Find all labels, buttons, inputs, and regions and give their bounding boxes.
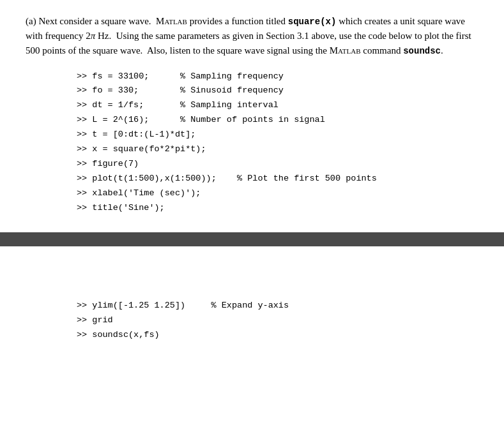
code-line-2: >> fo = 330; % Sinusoid frequency: [77, 84, 478, 98]
code-main-10: >> title('Sine');: [77, 201, 165, 216]
code-line-5: >> t = [0:dt:(L-1)*dt];: [77, 128, 478, 142]
code-block-top: >> fs = 33100; % Sampling frequency >> f…: [77, 70, 478, 216]
code-line-3: >> dt = 1/fs; % Sampling interval: [77, 98, 478, 113]
bottom-code-line-3: >> soundsc(x,fs): [77, 328, 478, 343]
code-line-9: >> xlabel('Time (sec)');: [77, 186, 478, 201]
bottom-code-main-3: >> soundsc(x,fs): [77, 328, 160, 343]
code-main-2: >> fo = 330;: [77, 84, 175, 98]
code-line-7: >> figure(7): [77, 157, 478, 172]
top-section: (a) Next consider a square wave. Matlab …: [0, 0, 504, 227]
cmd-name: soundsc: [403, 46, 441, 56]
code-main-4: >> L = 2^(16);: [77, 113, 175, 128]
divider-bar: [0, 232, 504, 246]
code-line-6: >> x = square(fo*2*pi*t);: [77, 142, 478, 157]
matlab-brand-2: Matlab: [330, 45, 361, 56]
code-comment-8: % Plot the first 500 points: [237, 172, 377, 186]
code-main-7: >> figure(7): [77, 157, 139, 172]
code-main-8: >> plot(t(1:500),x(1:500));: [77, 172, 232, 186]
code-line-4: >> L = 2^(16); % Number of points in sig…: [77, 113, 478, 128]
code-comment-1: % Sampling frequency: [180, 70, 284, 84]
matlab-brand-1: Matlab: [156, 16, 187, 26]
bottom-code-main-1: >> ylim([-1.25 1.25]): [77, 299, 206, 313]
paragraph-label: (a): [26, 16, 36, 26]
code-main-3: >> dt = 1/fs;: [77, 98, 175, 113]
code-line-10: >> title('Sine');: [77, 201, 478, 216]
paragraph-text: (a) Next consider a square wave. Matlab …: [26, 14, 478, 58]
code-main-9: >> xlabel('Time (sec)');: [77, 186, 201, 201]
bottom-code-comment-1: % Expand y-axis: [211, 299, 289, 313]
bottom-code-line-1: >> ylim([-1.25 1.25]) % Expand y-axis: [77, 299, 478, 313]
paragraph-text1: Next consider a square wave. Matlab prov…: [38, 16, 287, 26]
page-container: (a) Next consider a square wave. Matlab …: [0, 0, 504, 441]
code-comment-4: % Number of points in signal: [180, 113, 325, 128]
code-main-5: >> t = [0:dt:(L-1)*dt];: [77, 128, 195, 142]
bottom-section: >> ylim([-1.25 1.25]) % Expand y-axis >>…: [0, 246, 504, 441]
code-comment-2: % Sinusoid frequency: [180, 84, 284, 98]
func-name: square(x): [288, 17, 337, 27]
bottom-code-main-2: >> grid: [77, 313, 113, 328]
code-main-1: >> fs = 33100;: [77, 70, 175, 84]
paragraph-text6: .: [441, 45, 443, 56]
code-comment-3: % Sampling interval: [180, 98, 279, 113]
code-main-6: >> x = square(fo*2*pi*t);: [77, 142, 206, 157]
code-line-1: >> fs = 33100; % Sampling frequency: [77, 70, 478, 84]
code-line-8: >> plot(t(1:500),x(1:500)); % Plot the f…: [77, 172, 478, 186]
bottom-code-line-2: >> grid: [77, 313, 478, 328]
code-block-bottom: >> ylim([-1.25 1.25]) % Expand y-axis >>…: [77, 299, 478, 343]
